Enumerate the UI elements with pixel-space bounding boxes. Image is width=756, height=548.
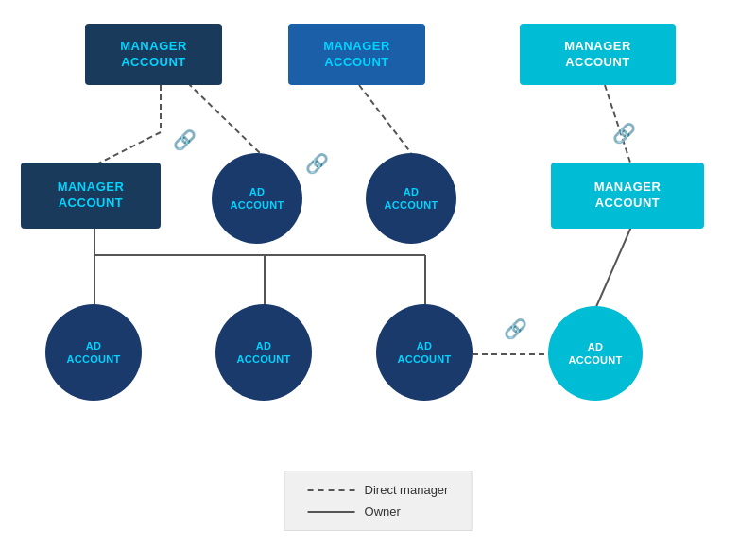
svg-line-2 (605, 85, 631, 165)
chain-icon-1: 🔗 (173, 128, 197, 151)
manager-box-mid-left: MANAGERACCOUNT (21, 163, 161, 229)
diagram-container: 🔗 🔗 🔗 🔗 MANAGERACCOUNT MANAGERACCOUNT MA… (0, 0, 756, 472)
svg-line-10 (595, 227, 631, 309)
manager-box-top-left: MANAGERACCOUNT (85, 24, 222, 85)
manager-box-top-center: MANAGERACCOUNT (288, 24, 425, 85)
ad-circle-mid-center-left: ADACCOUNT (212, 153, 302, 244)
ad-circle-bot-right-center: ADACCOUNT (376, 304, 472, 401)
ad-circle-bot-right: ADACCOUNT (548, 306, 643, 401)
legend-line-dashed (308, 489, 355, 491)
svg-line-1 (359, 85, 411, 153)
legend-label-direct-manager: Direct manager (365, 483, 449, 497)
chain-icon-3: 🔗 (504, 317, 527, 340)
ad-circle-mid-center: ADACCOUNT (366, 153, 456, 244)
legend-item-direct-manager: Direct manager (308, 483, 449, 497)
legend: Direct manager Owner (284, 471, 472, 531)
svg-line-12 (94, 132, 161, 165)
manager-box-top-right: MANAGERACCOUNT (520, 24, 676, 85)
legend-label-owner: Owner (365, 505, 401, 519)
legend-line-solid (308, 511, 355, 513)
manager-box-mid-right: MANAGERACCOUNT (551, 163, 704, 229)
chain-icon-2: 🔗 (305, 152, 329, 175)
ad-circle-bot-center: ADACCOUNT (215, 304, 312, 401)
legend-item-owner: Owner (308, 505, 449, 519)
ad-circle-bot-left: ADACCOUNT (45, 304, 142, 401)
chain-icon-4: 🔗 (612, 122, 636, 145)
